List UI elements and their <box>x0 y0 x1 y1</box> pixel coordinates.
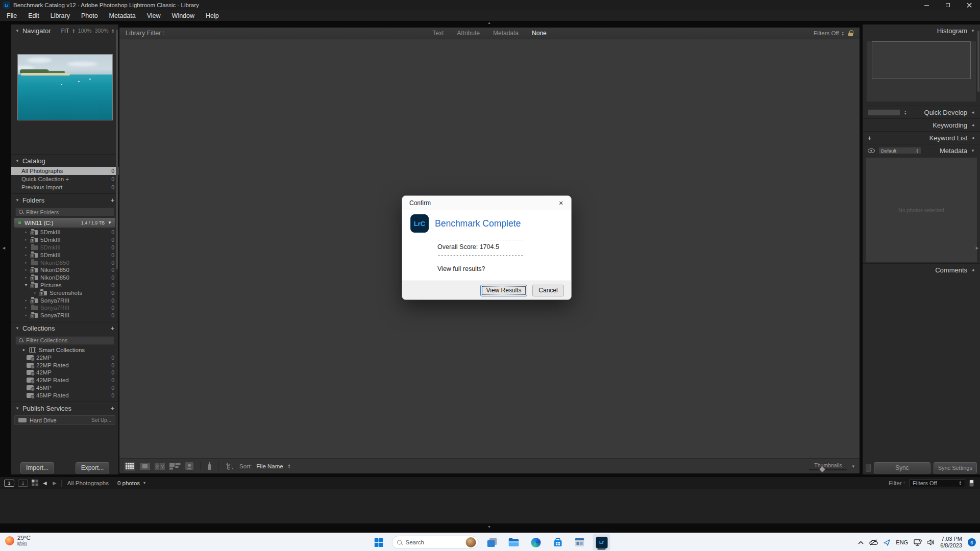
right-panel-scrollbar[interactable] <box>977 31 979 92</box>
folder-row-sonya7riii[interactable]: ▸ Sonya7RIII 0 <box>11 312 118 319</box>
keywording-header[interactable]: Keywording ◄ <box>863 118 980 131</box>
menu-help[interactable]: Help <box>200 10 225 21</box>
navigator-header[interactable]: ▼ Navigator FIT ▲▼ 100% 300% ▲▼ <box>11 24 118 37</box>
collection-row-22mp-rated[interactable]: 22MP Rated 0 <box>11 361 118 369</box>
compare-view-button[interactable]: XY <box>155 462 165 471</box>
fit-stepper-icon[interactable]: ▲▼ <box>72 29 75 33</box>
zoom-stepper-icon[interactable]: ▲▼ <box>112 29 114 33</box>
benchmark-app-button[interactable] <box>571 534 589 550</box>
grid-back-icon[interactable] <box>32 480 38 486</box>
main-window-button[interactable]: 1 <box>4 480 14 487</box>
preset-stepper-icon[interactable]: ▲▼ <box>904 110 906 115</box>
drive-row-win11[interactable]: WIN11 (C:) 1.4 / 1.9 TB ▼ <box>14 218 115 228</box>
navigator-zoom-100[interactable]: 100% <box>78 28 92 34</box>
navigator-fit[interactable]: FIT <box>61 28 69 34</box>
folder-row-5dmkiii[interactable]: ▸ 5DmkIII 0 <box>11 229 118 236</box>
menu-photo[interactable]: Photo <box>76 10 104 21</box>
filmstrip-source[interactable]: All Photographs <box>67 480 109 486</box>
collapse-top-panel-arrow-icon[interactable]: ▲ <box>487 21 491 24</box>
smart-collections-row[interactable]: ► Smart Collections <box>11 346 118 354</box>
go-back-icon[interactable]: ◄ <box>42 480 48 487</box>
eye-icon[interactable] <box>868 148 875 153</box>
saved-preset-field[interactable] <box>868 109 900 116</box>
start-button[interactable] <box>370 534 387 550</box>
weather-widget[interactable]: 29°C 晴朗 <box>5 535 31 546</box>
expand-icon[interactable]: ▸ <box>23 276 29 280</box>
left-panel-scrollbar[interactable] <box>116 30 118 269</box>
filter-option-metadata[interactable]: Metadata <box>493 30 519 37</box>
add-collection-icon[interactable]: + <box>110 324 114 332</box>
expand-icon[interactable]: ▸ <box>23 230 29 234</box>
catalog-item-quick-collection[interactable]: Quick Collection + 0 <box>11 175 118 183</box>
collapse-filmstrip-arrow-icon[interactable]: ▼ <box>487 525 491 529</box>
folder-row-screenshots[interactable]: ▸ Screenshots 0 <box>11 289 118 296</box>
sort-value-dropdown[interactable]: File Name <box>256 463 283 469</box>
folder-row-pictures[interactable]: ▼ Pictures 0 <box>11 282 118 289</box>
add-keyword-icon[interactable]: + <box>868 134 872 142</box>
filmstrip-count[interactable]: 0 photos <box>117 480 140 486</box>
menu-library[interactable]: Library <box>45 10 76 21</box>
sort-direction-icon[interactable]: AZ <box>226 462 235 471</box>
survey-view-button[interactable] <box>169 462 181 471</box>
folder-row-5dmkiii-offline[interactable]: ▸ 5DmkIII 0 <box>11 244 118 252</box>
filter-folders-input[interactable]: Filter Folders <box>15 208 114 216</box>
drive-collapse-icon[interactable]: ▼ <box>108 220 112 225</box>
filters-state-dropdown[interactable]: Filters Off <box>814 30 839 36</box>
maximize-button[interactable] <box>937 0 959 10</box>
dialog-close-button[interactable]: ✕ <box>551 196 571 210</box>
import-button[interactable]: Import... <box>20 462 54 473</box>
hidden-icons-chevron[interactable] <box>858 541 864 544</box>
metadata-header[interactable]: Default ▲▼ Metadata ▼ <box>863 144 980 157</box>
painter-spray-button[interactable] <box>207 462 212 471</box>
close-button[interactable]: ✕ <box>959 0 980 10</box>
edge-browser-button[interactable] <box>527 534 545 550</box>
filmstrip-filter-dropdown[interactable]: Filters Off ▲▼ <box>909 479 965 487</box>
collections-header[interactable]: ▼ Collections + <box>11 322 118 335</box>
menu-file[interactable]: File <box>1 10 22 21</box>
folder-row-5dmkiii[interactable]: ▸ 5DmkIII 0 <box>11 236 118 244</box>
expand-icon[interactable]: ▸ <box>23 268 29 272</box>
cancel-button[interactable]: Cancel <box>532 285 564 296</box>
menu-view[interactable]: View <box>141 10 166 21</box>
expand-icon[interactable]: ▸ <box>23 261 29 265</box>
folder-row-nikond850[interactable]: ▸ NikonD850 0 <box>11 266 118 274</box>
folder-row-nikond850[interactable]: ▸ NikonD850 0 <box>11 274 118 282</box>
expand-icon[interactable]: ▸ <box>23 313 29 317</box>
collection-row-22mp[interactable]: 22MP 0 <box>11 354 118 361</box>
minimize-button[interactable] <box>916 0 937 10</box>
collection-row-45mp-rated[interactable]: 45MP Rated 0 <box>11 391 118 399</box>
task-view-button[interactable] <box>483 534 501 550</box>
expand-icon[interactable]: ▸ <box>23 238 29 242</box>
folder-row-5dmkiii[interactable]: ▸ 5DmkIII 0 <box>11 251 118 259</box>
search-daily-image[interactable] <box>466 537 476 547</box>
filter-collections-input[interactable]: Filter Collections <box>15 336 114 345</box>
thumbnail-size-slider[interactable] <box>809 469 847 470</box>
expand-icon[interactable]: ▸ <box>23 245 29 249</box>
volume-icon[interactable] <box>927 539 935 545</box>
filmstrip-filter-toggle[interactable] <box>969 480 974 487</box>
folder-row-sonya7riii-offline[interactable]: ▸ Sonya7RIII 0 <box>11 304 118 312</box>
catalog-item-all-photographs[interactable]: All Photographs 0 <box>11 167 118 175</box>
network-display-icon[interactable] <box>914 539 922 546</box>
histogram-plot[interactable] <box>872 41 971 79</box>
expand-icon[interactable]: ► <box>21 348 27 352</box>
folder-row-nikond850-offline[interactable]: ▸ NikonD850 0 <box>11 259 118 266</box>
publish-services-header[interactable]: ▼ Publish Services + <box>11 402 118 414</box>
comments-header[interactable]: Comments ◄ <box>863 263 980 276</box>
clock[interactable]: 7:03 PM 6/8/2023 <box>940 536 962 549</box>
onedrive-paused-icon[interactable] <box>869 539 878 545</box>
view-results-button[interactable]: View Results <box>480 285 527 296</box>
filmstrip-thumbnails-area[interactable] <box>0 489 980 523</box>
collapse-icon[interactable]: ▼ <box>23 283 29 287</box>
loupe-view-button[interactable] <box>140 462 150 471</box>
sort-stepper-icon[interactable]: ▲▼ <box>288 464 290 468</box>
sync-button[interactable]: Sync <box>874 462 930 473</box>
collection-row-42mp[interactable]: 42MP 0 <box>11 369 118 377</box>
expand-icon[interactable]: ▸ <box>23 298 29 303</box>
notification-badge[interactable]: 6 <box>968 538 976 546</box>
language-indicator[interactable]: ENG <box>896 539 908 545</box>
filters-stepper-icon[interactable]: ▲▼ <box>842 31 844 36</box>
lightroom-classic-taskbar-button[interactable]: Lr <box>593 534 610 550</box>
microsoft-store-button[interactable] <box>549 534 567 550</box>
navigator-preview-image[interactable] <box>17 54 113 120</box>
